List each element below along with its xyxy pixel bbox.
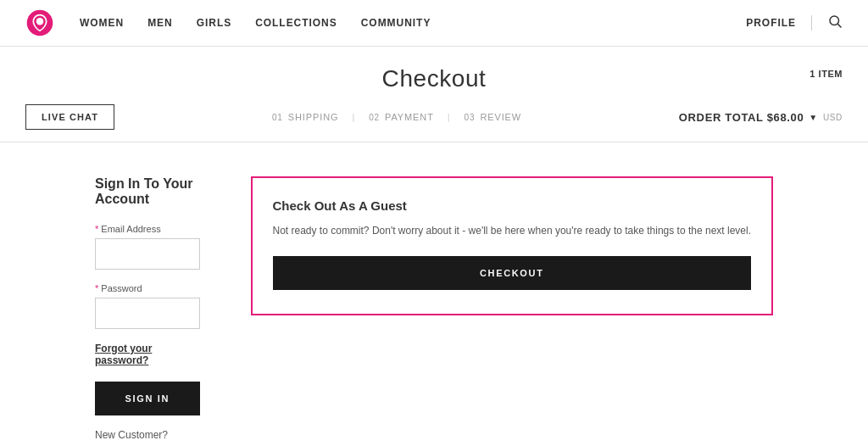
email-label: * Email Address	[95, 224, 200, 234]
nav-collections[interactable]: COLLECTIONS	[255, 17, 337, 29]
signin-section: Sign In To Your Account * Email Address …	[95, 176, 200, 446]
svg-point-2	[830, 16, 839, 25]
signin-button[interactable]: SIGN IN	[95, 382, 200, 415]
guest-section: Check Out As A Guest Not ready to commit…	[251, 176, 774, 315]
live-chat-button[interactable]: LIVE CHAT	[25, 104, 114, 130]
nav-community[interactable]: COMMUNITY	[361, 17, 431, 29]
email-required: *	[95, 224, 98, 234]
step-shipping: 01 SHIPPING	[272, 112, 339, 122]
order-total-amount: ORDER TOTAL $68.00	[679, 111, 804, 124]
checkout-bar: LIVE CHAT 01 SHIPPING | 02 PAYMENT | 03 …	[0, 92, 868, 142]
password-input[interactable]	[95, 298, 200, 329]
step-2-label: PAYMENT	[385, 112, 434, 122]
password-required: *	[95, 283, 98, 293]
logo[interactable]	[25, 8, 54, 37]
step-sep-1: |	[352, 112, 355, 122]
profile-link[interactable]: PROFILE	[746, 17, 796, 29]
guest-box: Check Out As A Guest Not ready to commit…	[251, 176, 774, 315]
svg-point-1	[36, 18, 44, 25]
step-payment: 02 PAYMENT	[369, 112, 434, 122]
guest-checkout-button[interactable]: CHECKOUT	[273, 256, 752, 290]
main-content: Sign In To Your Account * Email Address …	[27, 142, 841, 446]
guest-title: Check Out As A Guest	[273, 198, 752, 213]
forgot-password-link[interactable]: Forgot your password?	[95, 343, 200, 366]
checkout-title: Checkout	[0, 65, 868, 92]
nav-links: WOMEN MEN GIRLS COLLECTIONS COMMUNITY	[80, 17, 746, 29]
svg-line-3	[837, 24, 841, 27]
step-2-num: 02	[369, 113, 380, 122]
password-label: * Password	[95, 283, 200, 293]
search-icon[interactable]	[827, 14, 843, 32]
nav-men[interactable]: MEN	[147, 17, 173, 29]
email-input[interactable]	[95, 238, 200, 270]
step-sep-2: |	[448, 112, 451, 122]
checkout-header: Checkout 1 ITEM	[0, 47, 868, 92]
order-total-dropdown[interactable]: ▼	[809, 113, 818, 122]
order-total: ORDER TOTAL $68.00 ▼ USD	[679, 111, 843, 124]
nav-divider	[811, 15, 812, 31]
new-customer-text: New Customer?	[95, 429, 200, 441]
signin-title: Sign In To Your Account	[95, 176, 200, 207]
item-count: 1 ITEM	[810, 69, 843, 79]
step-1-label: SHIPPING	[288, 112, 339, 122]
guest-description: Not ready to commit? Don't worry about i…	[273, 223, 752, 239]
nav-right: PROFILE	[746, 14, 843, 32]
checkout-steps: 01 SHIPPING | 02 PAYMENT | 03 REVIEW	[272, 112, 521, 122]
main-nav: WOMEN MEN GIRLS COLLECTIONS COMMUNITY PR…	[0, 0, 868, 47]
guest-wrapper: Check Out As A Guest Not ready to commit…	[251, 176, 774, 446]
order-total-currency: USD	[823, 113, 843, 122]
step-1-num: 01	[272, 113, 283, 122]
step-review: 03 REVIEW	[464, 112, 521, 122]
nav-girls[interactable]: GIRLS	[197, 17, 231, 29]
nav-women[interactable]: WOMEN	[80, 17, 124, 29]
step-3-num: 03	[464, 113, 475, 122]
step-3-label: REVIEW	[480, 112, 521, 122]
